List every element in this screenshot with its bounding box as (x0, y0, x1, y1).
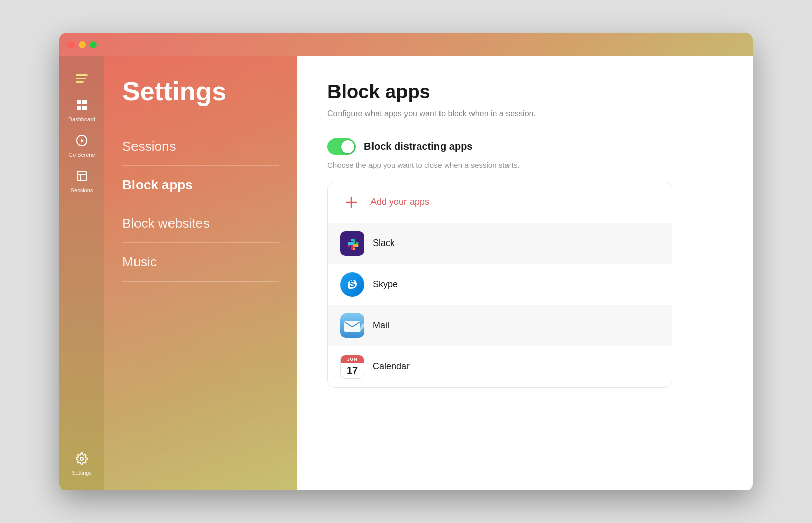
calendar-app-name: Calendar (373, 361, 410, 372)
sidebar-item-sessions[interactable]: Sessions (59, 164, 104, 199)
settings-label: Settings (72, 470, 92, 476)
toggle-sublabel: Choose the app you want to close when a … (327, 161, 722, 169)
calendar-date: 17 (341, 363, 364, 378)
maximize-button[interactable] (90, 41, 97, 48)
settings-sidebar-title: Settings (122, 76, 279, 107)
toggle-label: Block distracting apps (364, 141, 473, 152)
sidebar-item-go-serene[interactable]: Go Serene (59, 128, 104, 164)
app-item-skype[interactable]: S Skype (328, 264, 672, 305)
app-item-calendar[interactable]: JUN 17 Calendar (328, 346, 672, 387)
hamburger-icon (76, 74, 88, 83)
settings-icon (76, 452, 88, 468)
svg-text:S: S (349, 279, 355, 289)
calendar-month: JUN (341, 355, 364, 363)
main-content: Block apps Configure what apps you want … (297, 56, 753, 490)
go-serene-icon (76, 134, 88, 150)
dashboard-label: Dashboard (68, 116, 95, 122)
toggle-row: Block distracting apps (327, 138, 722, 155)
sessions-label: Sessions (71, 187, 93, 193)
svg-rect-0 (77, 100, 81, 104)
block-apps-toggle[interactable] (327, 138, 356, 155)
skype-app-name: Skype (373, 279, 398, 290)
go-serene-label: Go Serene (68, 152, 95, 158)
title-bar (59, 33, 753, 56)
nav-item-block-websites[interactable]: Block websites (122, 204, 279, 242)
nav-item-music[interactable]: Music (122, 242, 279, 282)
slack-app-name: Slack (373, 238, 395, 249)
sidebar-item-dashboard[interactable]: Dashboard (59, 93, 104, 128)
hamburger-menu[interactable] (72, 66, 92, 93)
content-subtitle: Configure what apps you want to block wh… (327, 109, 722, 118)
skype-icon: S (340, 272, 364, 297)
add-apps-button[interactable]: Add your apps (328, 182, 672, 223)
nav-label-music: Music (122, 254, 157, 269)
nav-label-sessions: Sessions (122, 138, 176, 154)
calendar-icon: JUN 17 (340, 355, 364, 379)
close-button[interactable] (67, 41, 75, 48)
traffic-lights (67, 41, 97, 48)
content-title: Block apps (327, 81, 722, 103)
sidebar-item-settings[interactable]: Settings (59, 446, 104, 486)
slack-icon (340, 231, 364, 256)
settings-nav: Sessions Block apps Block websites Music (122, 127, 279, 282)
plus-icon (340, 191, 362, 214)
main-layout: Dashboard Go Serene (59, 56, 753, 490)
svg-marker-5 (81, 138, 84, 143)
dashboard-icon (76, 99, 88, 114)
mail-icon (340, 313, 364, 338)
svg-rect-3 (82, 106, 87, 110)
nav-label-block-apps: Block apps (122, 177, 193, 192)
add-apps-label: Add your apps (370, 197, 429, 207)
svg-rect-6 (77, 171, 86, 181)
minimize-button[interactable] (79, 41, 86, 48)
svg-point-9 (80, 457, 83, 460)
mail-app-name: Mail (373, 320, 389, 331)
settings-sidebar: Settings Sessions Block apps Block websi… (104, 56, 297, 490)
app-item-slack[interactable]: Slack (328, 223, 672, 264)
svg-rect-2 (77, 106, 81, 110)
app-item-mail[interactable]: Mail (328, 305, 672, 346)
nav-item-sessions[interactable]: Sessions (122, 127, 279, 165)
svg-rect-1 (82, 100, 87, 104)
nav-item-block-apps[interactable]: Block apps (122, 165, 279, 204)
nav-label-block-websites: Block websites (122, 216, 210, 231)
sessions-icon (76, 170, 88, 185)
sidebar-icons: Dashboard Go Serene (59, 56, 104, 490)
app-window: Dashboard Go Serene (59, 33, 753, 490)
apps-list: Add your apps (327, 182, 672, 388)
